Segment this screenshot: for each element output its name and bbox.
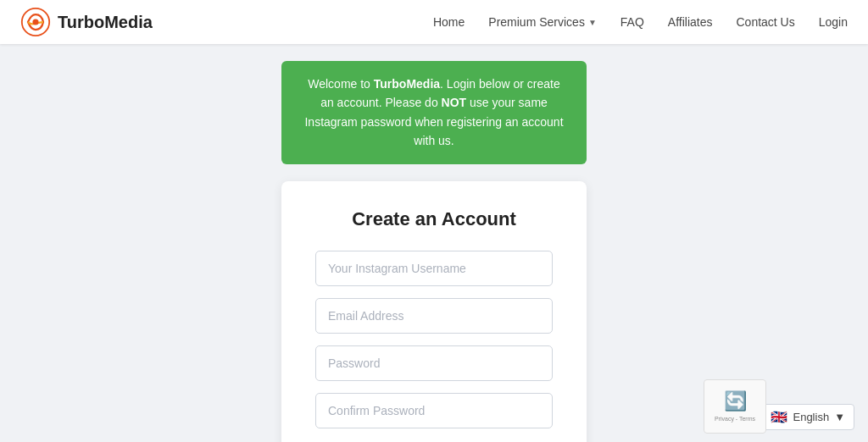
registration-card: Create an Account Create Account Have an…	[281, 181, 587, 442]
confirm-password-group	[315, 393, 553, 428]
nav-premium-services[interactable]: Premium Services ▼	[488, 15, 597, 29]
recaptcha-icon: 🔄	[724, 390, 747, 412]
form-title: Create an Account	[315, 208, 553, 230]
nav-affiliates[interactable]: Affiliates	[668, 15, 713, 29]
banner-text: Welcome to TurboMedia. Login below or cr…	[304, 77, 563, 147]
welcome-banner: Welcome to TurboMedia. Login below or cr…	[281, 61, 587, 164]
chevron-down-icon: ▼	[588, 18, 597, 27]
nav-contact-us[interactable]: Contact Us	[736, 15, 794, 29]
logo-text: TurboMedia	[58, 13, 153, 32]
nav-home[interactable]: Home	[433, 15, 465, 29]
username-group	[315, 251, 553, 286]
recaptcha-widget: 🔄 Privacy - Terms	[704, 379, 766, 434]
header: TurboMedia Home Premium Services ▼ FAQ A…	[0, 0, 868, 44]
banner-brand: TurboMedia	[374, 77, 440, 91]
chevron-down-icon: ▼	[834, 411, 845, 423]
recaptcha-text: Privacy - Terms	[715, 415, 755, 423]
language-selector[interactable]: 🇬🇧 English ▼	[761, 404, 854, 430]
logo[interactable]: TurboMedia	[20, 7, 153, 37]
svg-point-1	[32, 19, 38, 25]
banner-not: NOT	[442, 96, 467, 109]
nav-login[interactable]: Login	[819, 15, 848, 29]
confirm-password-input[interactable]	[315, 393, 553, 428]
nav-faq[interactable]: FAQ	[620, 15, 644, 29]
username-input[interactable]	[315, 251, 553, 286]
language-label: English	[793, 411, 829, 423]
password-group	[315, 345, 553, 381]
main-nav: Home Premium Services ▼ FAQ Affiliates C…	[433, 15, 848, 29]
email-group	[315, 298, 553, 334]
email-input[interactable]	[315, 298, 553, 334]
password-input[interactable]	[315, 345, 553, 381]
flag-icon: 🇬🇧	[771, 409, 787, 425]
